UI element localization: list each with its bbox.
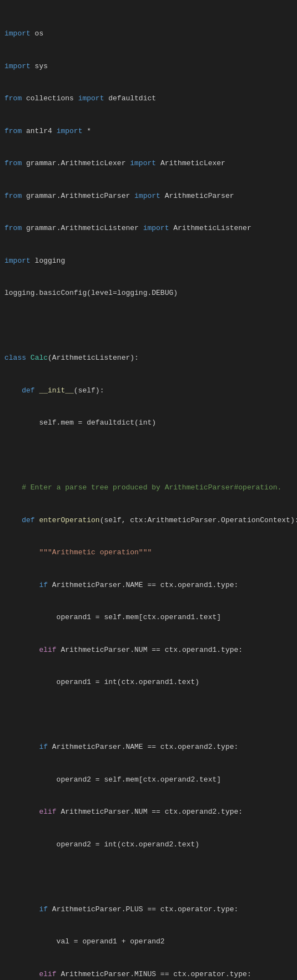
line-23: if ArithmeticParser.NAME == ctx.operand2… <box>4 742 293 753</box>
line-28: if ArithmeticParser.PLUS == ctx.operator… <box>4 904 293 915</box>
line-30: elif ArithmeticParser.MINUS == ctx.opera… <box>4 969 293 980</box>
line-10 <box>4 320 293 331</box>
line-22 <box>4 710 293 721</box>
line-8: import logging <box>4 256 293 267</box>
line-13: self.mem = defaultdict(int) <box>4 417 293 428</box>
line-25: elif ArithmeticParser.NUM == ctx.operand… <box>4 807 293 818</box>
line-29: val = operand1 + operand2 <box>4 936 293 947</box>
line-16: def enterOperation(self, ctx:ArithmeticP… <box>4 515 293 526</box>
line-4: from antlr4 import * <box>4 126 293 137</box>
line-21: operand1 = int(ctx.operand1.text) <box>4 677 293 688</box>
line-26: operand2 = int(ctx.operand2.text) <box>4 839 293 850</box>
line-19: operand1 = self.mem[ctx.operand1.text] <box>4 612 293 623</box>
line-1: import os <box>4 28 293 39</box>
line-2: import sys <box>4 61 293 72</box>
line-12: def __init__(self): <box>4 385 293 396</box>
line-6: from grammar.ArithmeticParser import Ari… <box>4 191 293 202</box>
code-editor: import os import sys from collections im… <box>4 7 293 980</box>
line-27 <box>4 871 293 882</box>
line-3: from collections import defaultdict <box>4 93 293 104</box>
line-20: elif ArithmeticParser.NUM == ctx.operand… <box>4 645 293 656</box>
line-11: class Calc(ArithmeticListener): <box>4 353 293 364</box>
line-5: from grammar.ArithmeticLexer import Arit… <box>4 158 293 169</box>
line-18: if ArithmeticParser.NAME == ctx.operand1… <box>4 580 293 591</box>
line-9: logging.basicConfig(level=logging.DEBUG) <box>4 288 293 299</box>
line-17: """Arithmetic operation""" <box>4 547 293 558</box>
code-content: import os import sys from collections im… <box>4 7 293 980</box>
line-15: # Enter a parse tree produced by Arithme… <box>4 482 293 493</box>
line-24: operand2 = self.mem[ctx.operand2.text] <box>4 774 293 785</box>
line-7: from grammar.ArithmeticListener import A… <box>4 223 293 234</box>
line-14 <box>4 450 293 461</box>
